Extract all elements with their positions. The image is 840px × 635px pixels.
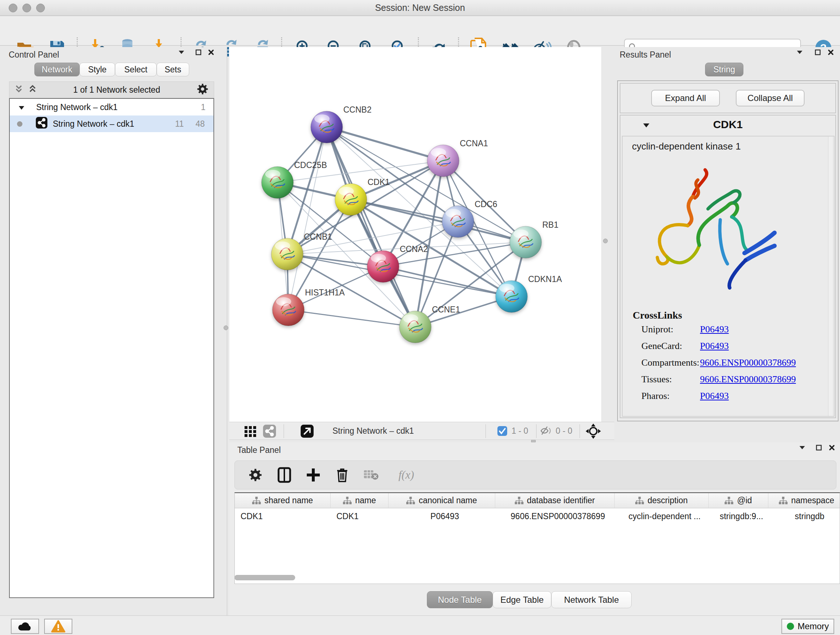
add-column-icon[interactable] bbox=[305, 467, 322, 483]
edge-CDK1-RB1[interactable] bbox=[351, 200, 526, 242]
cdk1-details: cyclin-dependent kinase 1 bbox=[622, 136, 835, 417]
column-header-namespace[interactable]: namespace bbox=[768, 493, 840, 508]
table-horizontal-scrollbar[interactable] bbox=[234, 575, 295, 580]
node-label-CDKN1A: CDKN1A bbox=[528, 274, 562, 284]
edge-CCNB2-HIST1H1A[interactable] bbox=[288, 127, 327, 310]
grid-view-icon[interactable] bbox=[244, 424, 257, 439]
results-panel-float-icon[interactable] bbox=[812, 47, 823, 57]
results-scrollbar[interactable] bbox=[828, 136, 832, 416]
node-RB1[interactable] bbox=[510, 226, 542, 258]
node-table: shared namenamecanonical namedatabase id… bbox=[234, 492, 840, 584]
memory-button[interactable]: Memory bbox=[782, 619, 834, 634]
column-header-canonical-name[interactable]: canonical name bbox=[388, 493, 495, 508]
network-collection-row[interactable]: String Network – cdk1 1 bbox=[10, 99, 213, 116]
table-tabs: Node Table Edge Table Network Table bbox=[427, 591, 632, 608]
table-toolbar: f(x) bbox=[234, 461, 836, 489]
delete-column-icon[interactable] bbox=[334, 467, 351, 483]
node-CCNA1[interactable] bbox=[427, 145, 459, 177]
results-panel-close-icon[interactable] bbox=[825, 47, 836, 57]
crosslink-link[interactable]: 9606.ENSP00000378699 bbox=[700, 357, 796, 368]
column-header--id[interactable]: @id bbox=[709, 493, 768, 508]
column-header-description[interactable]: description bbox=[615, 493, 709, 508]
cell[interactable]: stringdb:9... bbox=[709, 508, 768, 524]
edge-CCNB2-CCNA1[interactable] bbox=[327, 127, 443, 161]
cell[interactable]: CDK1 bbox=[235, 508, 331, 524]
cell[interactable]: P06493 bbox=[388, 508, 495, 524]
crosslink-row: Compartments:9606.ENSP00000378699 bbox=[641, 357, 822, 374]
show-columns-icon[interactable] bbox=[276, 467, 293, 483]
collapse-triangle-icon[interactable] bbox=[19, 103, 25, 112]
node-HIST1H1A[interactable] bbox=[272, 294, 304, 326]
node-CDC6[interactable] bbox=[442, 206, 474, 238]
tab-network-table[interactable]: Network Table bbox=[551, 591, 632, 608]
results-panel-menu-icon[interactable] bbox=[794, 47, 805, 57]
tab-network[interactable]: Network bbox=[34, 63, 80, 76]
node-label-CCNA2: CCNA2 bbox=[400, 244, 428, 254]
hidden-eye-icon[interactable] bbox=[540, 425, 552, 438]
detach-view-icon[interactable] bbox=[300, 424, 314, 440]
network-row-selected[interactable]: String Network – cdk1 11 48 bbox=[10, 116, 213, 132]
edge-CCNA2-CDKN1A[interactable] bbox=[383, 266, 512, 296]
crosslink-link[interactable]: P06493 bbox=[700, 391, 729, 402]
control-panel-close-icon[interactable] bbox=[205, 47, 216, 57]
cell[interactable]: stringdb bbox=[768, 508, 840, 524]
cell[interactable]: 9606.ENSP00000378699 bbox=[495, 508, 615, 524]
cloud-button[interactable] bbox=[11, 619, 39, 634]
selected-counts: 1 - 0 bbox=[512, 426, 528, 436]
network-label: String Network – cdk1 bbox=[53, 119, 134, 129]
edge-HIST1H1A-CCNE1[interactable] bbox=[288, 310, 415, 327]
table-panel: Table Panel f(x) shared namenamecanonica… bbox=[229, 442, 840, 616]
node-CCNB2[interactable] bbox=[311, 111, 343, 143]
selected-checkbox-icon[interactable] bbox=[497, 426, 508, 438]
table-row[interactable]: CDK1CDK1P064939606.ENSP00000378699cyclin… bbox=[235, 508, 840, 524]
warning-button[interactable] bbox=[44, 619, 73, 634]
node-CCNB1[interactable] bbox=[271, 238, 303, 270]
memory-status-dot bbox=[787, 623, 794, 630]
cell[interactable]: cyclin-dependent ... bbox=[615, 508, 709, 524]
table-header-row: shared namenamecanonical namedatabase id… bbox=[235, 493, 840, 508]
tab-sets[interactable]: Sets bbox=[156, 63, 189, 76]
column-header-shared-name[interactable]: shared name bbox=[235, 493, 331, 508]
right-splitter-handle[interactable] bbox=[603, 239, 608, 243]
table-panel-close-icon[interactable] bbox=[826, 442, 837, 453]
control-panel-menu-icon[interactable] bbox=[176, 47, 187, 57]
node-label-CCNE1: CCNE1 bbox=[432, 305, 460, 314]
crosslink-link[interactable]: 9606.ENSP00000378699 bbox=[700, 374, 796, 385]
tab-edge-table[interactable]: Edge Table bbox=[493, 591, 551, 608]
node-CDC25B[interactable] bbox=[262, 166, 294, 198]
network-view-dot-icon bbox=[17, 121, 22, 127]
table-gear-icon[interactable] bbox=[247, 467, 264, 483]
column-header-database-identifier[interactable]: database identifier bbox=[495, 493, 615, 508]
crosslink-link[interactable]: P06493 bbox=[700, 340, 729, 352]
window-title: Session: New Session bbox=[0, 3, 840, 13]
left-splitter-handle[interactable] bbox=[224, 325, 228, 330]
network-share-icon[interactable] bbox=[263, 424, 276, 440]
tab-string-results[interactable]: String bbox=[705, 63, 744, 76]
table-panel-menu-icon[interactable] bbox=[797, 442, 807, 453]
table-panel-float-icon[interactable] bbox=[813, 442, 824, 453]
node-label-CDK1: CDK1 bbox=[368, 177, 390, 187]
tab-node-table[interactable]: Node Table bbox=[427, 591, 493, 608]
expand-all-button[interactable]: Expand All bbox=[651, 90, 720, 106]
function-builder-icon[interactable]: f(x) bbox=[392, 467, 421, 483]
network-canvas[interactable]: CCNB2CCNA1CDC25BCDK1CDC6RB1CCNB1CCNA2CDK… bbox=[229, 47, 601, 422]
column-header-name[interactable]: name bbox=[331, 493, 388, 508]
node-CCNA2[interactable] bbox=[367, 250, 399, 282]
collapse-all-chevrons-icon[interactable] bbox=[14, 84, 23, 95]
cell[interactable]: CDK1 bbox=[331, 508, 388, 524]
delete-table-icon[interactable] bbox=[363, 467, 379, 483]
crosslinks-list: Uniprot:P06493GeneCard:P06493Compartment… bbox=[641, 324, 822, 407]
crosslink-link[interactable]: P06493 bbox=[700, 324, 729, 335]
control-panel-float-icon[interactable] bbox=[193, 47, 204, 57]
expand-all-chevrons-icon[interactable] bbox=[28, 84, 37, 95]
node-CCNE1[interactable] bbox=[399, 311, 431, 343]
network-options-gear-icon[interactable] bbox=[196, 83, 209, 97]
birds-eye-view-icon[interactable] bbox=[585, 423, 601, 440]
tab-select[interactable]: Select bbox=[115, 63, 156, 76]
control-panel-title: Control Panel bbox=[9, 50, 59, 60]
node-CDKN1A[interactable] bbox=[496, 280, 527, 312]
tab-style[interactable]: Style bbox=[80, 63, 115, 76]
collapse-all-button[interactable]: Collapse All bbox=[736, 90, 805, 106]
node-label-CCNB1: CCNB1 bbox=[304, 232, 332, 241]
node-CDK1[interactable] bbox=[335, 184, 367, 215]
